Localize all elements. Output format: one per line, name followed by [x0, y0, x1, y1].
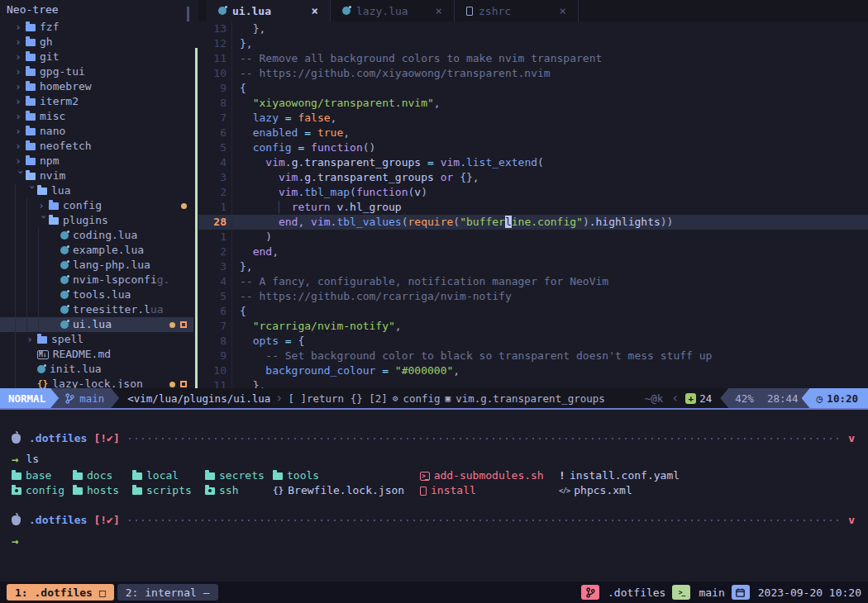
tree-item-iterm2[interactable]: ›iterm2: [0, 94, 193, 109]
scroll-percent: 42%: [735, 392, 754, 405]
tree-item-git[interactable]: ›git: [0, 50, 193, 64]
file-icon: [466, 7, 473, 16]
tree-item-coding-lua[interactable]: coding.lua: [0, 228, 193, 243]
prompt-arrow-icon: →: [12, 452, 18, 467]
code-line[interactable]: 8 opts = {: [198, 334, 868, 349]
git-branch-segment[interactable]: main: [50, 388, 119, 408]
tree-item-lang-php-lua[interactable]: lang-php.lua: [0, 258, 193, 273]
tree-item-treesitter-l[interactable]: treesitter.lua: [0, 302, 193, 317]
tree-item-nano[interactable]: ›nano: [0, 124, 193, 139]
tree-item-init-lua[interactable]: init.lua: [0, 362, 193, 377]
prompt-cwd: .dotfiles: [29, 431, 87, 446]
field-icon: ▣: [446, 393, 451, 404]
code-line[interactable]: 10-- https://github.com/xiyaowong/transp…: [198, 66, 868, 81]
ls-entry-brewfile-lock-json: {}Brewfile.lock.json: [273, 483, 420, 498]
tree-item-homebrew[interactable]: ›homebrew: [0, 79, 193, 94]
command-line-empty[interactable]: →: [12, 534, 855, 548]
tree-item-gh[interactable]: ›gh: [0, 35, 193, 50]
close-icon[interactable]: ×: [312, 4, 318, 17]
code-line[interactable]: 13 },: [198, 21, 868, 36]
code-line[interactable]: 9{: [198, 81, 868, 96]
tree-item-plugins[interactable]: ›plugins: [0, 213, 193, 228]
code-line[interactable]: 5 config = function(): [198, 140, 868, 155]
code-line[interactable]: 6{: [198, 304, 868, 319]
line-number: 8: [198, 96, 227, 111]
tree-item-label: iterm2: [40, 94, 79, 109]
separator-chevron-icon: ‹: [671, 391, 679, 406]
tmux-window-1-dotfiles[interactable]: 1: .dotfiles□: [7, 584, 114, 601]
code-line[interactable]: 8 "xiyaowong/transparent.nvim",: [198, 96, 868, 111]
code-line-current[interactable]: 28 end, vim.tbl_values(require("bufferli…: [198, 215, 868, 230]
close-icon[interactable]: ×: [436, 4, 442, 17]
tab-zshrc[interactable]: zshrc×: [455, 0, 579, 21]
tree-item-misc[interactable]: ›misc: [0, 109, 193, 124]
window-separator[interactable]: [195, 48, 198, 388]
code-line[interactable]: 4 vim.g.transparent_groups = vim.list_ex…: [198, 155, 868, 170]
code-line[interactable]: 4-- A fancy, configurable, notification …: [198, 274, 868, 289]
code-line[interactable]: 12},: [198, 36, 868, 51]
code-line[interactable]: 10 background_colour = "#000000",: [198, 363, 868, 378]
command-line: → ls: [12, 452, 855, 467]
tree-item-lazy-lock-json[interactable]: {}lazy-lock.json: [0, 377, 193, 388]
tree-item-nvim-lspconfi[interactable]: nvim-lspconfig.: [0, 273, 193, 287]
tree-item-ui-lua[interactable]: ui.lua: [0, 317, 193, 332]
tree-item-gpg-tui[interactable]: ›gpg-tui: [0, 64, 193, 79]
code-line[interactable]: 1 ▏ return v.hl_group: [198, 200, 868, 215]
code-line[interactable]: 2 end,: [198, 245, 868, 259]
tmux-repo-name: .dotfiles: [608, 586, 665, 599]
close-icon[interactable]: ×: [560, 4, 566, 17]
tab-lazy-lua[interactable]: lazy.lua×: [331, 0, 455, 21]
folder-icon: [132, 487, 142, 495]
code-line[interactable]: 7 "rcarriga/nvim-notify",: [198, 319, 868, 334]
tree-item-tools-lua[interactable]: tools.lua: [0, 287, 193, 302]
code-line[interactable]: 1 ): [198, 230, 868, 245]
folder-icon: [205, 472, 215, 480]
tmux-window-2-internal[interactable]: 2: internal—: [117, 584, 218, 601]
line-number: 8: [198, 334, 227, 349]
line-number: 11: [198, 51, 227, 66]
tree-item-label: fzf: [40, 20, 59, 35]
ls-entry-phpcs-xml: </>phpcs.xml: [559, 483, 699, 498]
code-line[interactable]: 2 vim.tbl_map(function(v): [198, 185, 868, 200]
tmux-window-label: 1: .dotfiles: [15, 586, 93, 599]
neo-tree-panel: Neo-tree ›fzf›gh›git›gpg-tui›homebrew›it…: [0, 0, 193, 388]
prompt-fill-dots: [126, 431, 840, 446]
code-line[interactable]: 11 },: [198, 378, 868, 388]
code-line[interactable]: 11-- Remove all background colors to mak…: [198, 51, 868, 66]
tree-item-npm[interactable]: ›npm: [0, 154, 193, 169]
chevron-right-icon: ›: [15, 79, 26, 94]
code-line[interactable]: 5-- https://github.com/rcarriga/nvim-not…: [198, 289, 868, 304]
tree-item-fzf[interactable]: ›fzf: [0, 20, 193, 35]
lua-file-icon: [60, 246, 69, 254]
branch-name: main: [79, 392, 104, 405]
code-line[interactable]: 7 lazy = false,: [198, 111, 868, 126]
folder-ssh-icon: [205, 487, 215, 495]
code-line[interactable]: 3 vim.g.transparent_groups or {},: [198, 170, 868, 185]
tree-item-spell[interactable]: ›spell: [0, 332, 193, 347]
indent-guide: [26, 273, 38, 287]
cursor-position-segment: 42% 28:44: [720, 388, 809, 408]
tmux-window-label: 2: internal: [126, 586, 197, 599]
indent-guide: [15, 317, 26, 332]
tree-item-readme-md[interactable]: M↓README.md: [0, 347, 193, 362]
code-line[interactable]: 3},: [198, 259, 868, 274]
bufferline: ui.lua×lazy.lua×zshrc×: [198, 0, 868, 21]
tree-item-config[interactable]: ›config: [0, 198, 193, 213]
line-number: 6: [198, 126, 227, 140]
tree-item-label: npm: [40, 154, 59, 169]
code-line[interactable]: 6 enabled = true,: [198, 126, 868, 140]
code-area[interactable]: 13 },12},11-- Remove all background colo…: [198, 21, 868, 388]
tree-item-nvim[interactable]: ›nvim: [0, 169, 193, 183]
tree-item-label: example.lua: [73, 243, 144, 258]
modified-dot-badge: [169, 322, 175, 328]
tree-item-neofetch[interactable]: ›neofetch: [0, 139, 193, 154]
ls-entry-label: secrets: [219, 468, 265, 483]
code-line[interactable]: 9 -- Set background color to black so tr…: [198, 349, 868, 363]
tree-item-example-lua[interactable]: example.lua: [0, 243, 193, 258]
gutter-separator: [231, 51, 240, 66]
tree-scrollbar-thumb[interactable]: [187, 7, 189, 21]
tree-item-lua[interactable]: ›lua: [0, 183, 193, 198]
terminal-pane[interactable]: .dotfiles [!✔] v → ls basedocslocalsecre…: [0, 408, 868, 582]
tab-ui-lua[interactable]: ui.lua×: [207, 0, 331, 21]
indent-guide: [38, 273, 50, 287]
